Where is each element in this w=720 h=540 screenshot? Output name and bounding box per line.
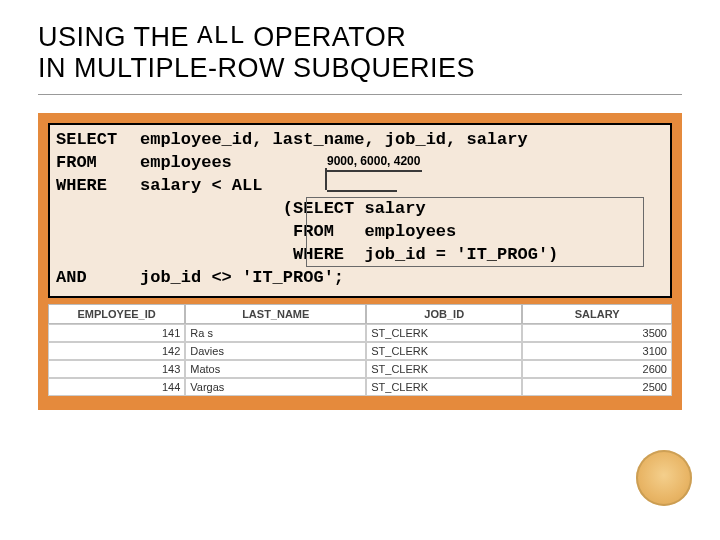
subq-l3a: WHERE (283, 245, 344, 264)
title-part2: OPERATOR (253, 22, 406, 53)
subq-l3b: job_id = 'IT_PROG') (364, 245, 558, 264)
kw-where: WHERE (56, 175, 140, 198)
slide-title: USING THE ALL OPERATOR IN MULTIPLE-ROW S… (38, 22, 682, 95)
cell-name: Davies (185, 342, 366, 360)
cell-sal: 3500 (522, 324, 672, 342)
cell-name: Matos (185, 360, 366, 378)
title-operator: ALL (197, 22, 245, 53)
subq-l1a: (SELECT (283, 199, 354, 218)
cell-emp: 143 (48, 360, 185, 378)
table-row: 143 Matos ST_CLERK 2600 (48, 360, 672, 378)
kw-and: AND (56, 267, 140, 290)
table-row: 142 Davies ST_CLERK 3100 (48, 342, 672, 360)
cell-emp: 141 (48, 324, 185, 342)
decorative-circle (636, 450, 692, 506)
subq-l2a: FROM (283, 222, 334, 241)
kw-from: FROM (56, 152, 140, 175)
cell-emp: 144 (48, 378, 185, 396)
title-part1: USING THE (38, 22, 189, 53)
sql-where-expr: salary < ALL (140, 176, 262, 195)
results-table: EMPLOYEE_ID LAST_NAME JOB_ID SALARY 141 … (48, 304, 672, 396)
cell-sal: 3100 (522, 342, 672, 360)
cell-sal: 2600 (522, 360, 672, 378)
cell-sal: 2500 (522, 378, 672, 396)
cell-emp: 142 (48, 342, 185, 360)
sql-select-cols: employee_id, last_name, job_id, salary (140, 130, 528, 149)
table-row: 141 Ra s ST_CLERK 3500 (48, 324, 672, 342)
sql-code-box: SELECTemployee_id, last_name, job_id, sa… (48, 123, 672, 298)
table-row: 144 Vargas ST_CLERK 2500 (48, 378, 672, 396)
cell-job: ST_CLERK (366, 360, 522, 378)
sql-and-expr: job_id <> 'IT_PROG'; (140, 268, 344, 287)
cell-name: Ra s (185, 324, 366, 342)
cell-job: ST_CLERK (366, 378, 522, 396)
subq-l2b: employees (364, 222, 456, 241)
col-last-name: LAST_NAME (185, 304, 366, 324)
sql-from-tbl: employees (140, 153, 232, 172)
annotation-connector (325, 168, 417, 190)
cell-job: ST_CLERK (366, 342, 522, 360)
col-employee-id: EMPLOYEE_ID (48, 304, 185, 324)
col-job-id: JOB_ID (366, 304, 522, 324)
code-container: SELECTemployee_id, last_name, job_id, sa… (38, 113, 682, 410)
cell-name: Vargas (185, 378, 366, 396)
title-line2: IN MULTIPLE-ROW SUBQUERIES (38, 53, 475, 84)
kw-select: SELECT (56, 129, 140, 152)
cell-job: ST_CLERK (366, 324, 522, 342)
subq-l1b: salary (364, 199, 425, 218)
col-salary: SALARY (522, 304, 672, 324)
